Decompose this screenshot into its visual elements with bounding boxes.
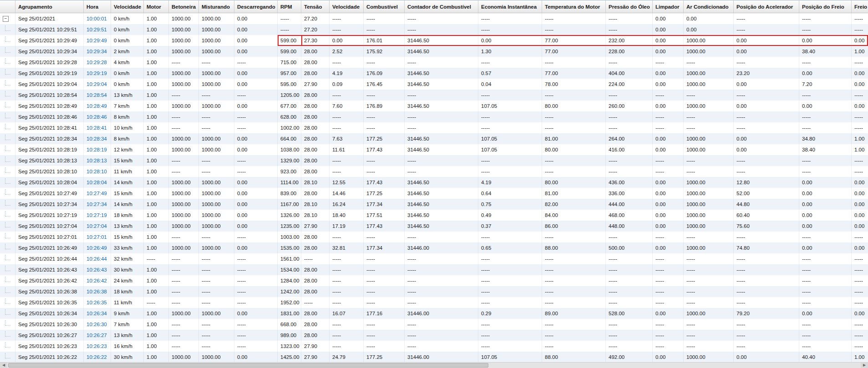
table-row[interactable]: Seg 25/01/2021 10:28:3410:28:348 km/h1.0… (0, 133, 868, 144)
column-header[interactable]: Economia Instantânea (478, 0, 542, 13)
time-link[interactable]: 10:26:49 (86, 245, 111, 251)
value-cell: 1000.00 (199, 242, 234, 253)
value-cell: 1235.00 (278, 221, 301, 232)
table-row[interactable]: Seg 25/01/2021 10:28:1010:28:1011 km/h1.… (0, 166, 868, 177)
time-link[interactable]: 10:00:01 (86, 16, 111, 21)
table-row[interactable]: Seg 25/01/2021 10:29:5110:29:510 km/h1.0… (0, 24, 868, 35)
table-row[interactable]: Seg 25/01/2021 10:27:3410:27:3414 km/h1.… (0, 199, 868, 210)
scroll-left-arrow-icon[interactable]: ◀ (0, 363, 7, 368)
table-row[interactable]: Seg 25/01/2021 10:28:4910:28:497 km/h1.0… (0, 101, 868, 111)
time-link[interactable]: 10:29:51 (86, 27, 111, 32)
value-cell: 448.00 (606, 221, 653, 232)
time-link[interactable]: 10:28:34 (86, 136, 111, 141)
table-row[interactable]: Seg 25/01/2021 10:27:4910:27:4915 km/h1.… (0, 188, 868, 199)
time-link[interactable]: 10:29:19 (86, 71, 111, 76)
column-header[interactable]: Posição do Acelerador (734, 0, 799, 13)
time-link[interactable]: 10:26:38 (86, 289, 111, 294)
table-row[interactable]: Seg 25/01/2021 10:26:3010:26:307 km/h1.0… (0, 319, 868, 330)
group-cell: Seg 25/01/2021 10:28:19 (15, 144, 84, 155)
table-row[interactable]: Seg 25/01/2021 10:26:4910:26:4933 km/h1.… (0, 242, 868, 253)
table-row[interactable]: Seg 25/01/2021 10:27:0410:27:0413 km/h1.… (0, 221, 868, 232)
column-header[interactable]: Contador de Combustível (405, 0, 478, 13)
column-header[interactable]: Tensão (301, 0, 330, 13)
column-header[interactable]: Agrupamento (15, 0, 84, 13)
time-link[interactable]: 10:26:35 (86, 300, 111, 305)
table-row[interactable]: Seg 25/01/2021 10:26:2710:26:2713 km/h1.… (0, 330, 868, 341)
table-row[interactable]: Seg 25/01/2021 10:29:1910:29:190 km/h1.0… (0, 68, 868, 79)
time-link[interactable]: 10:26:34 (86, 311, 111, 316)
table-row[interactable]: Seg 25/01/2021 10:29:2810:29:284 km/h1.0… (0, 57, 868, 68)
time-link[interactable]: 10:27:01 (86, 234, 111, 240)
time-link[interactable]: 10:29:34 (86, 49, 111, 54)
time-link[interactable]: 10:29:49 (86, 38, 111, 43)
table-row[interactable]: Seg 25/01/2021 10:29:4910:29:490 km/h1.0… (0, 35, 868, 46)
time-link[interactable]: 10:29:04 (86, 81, 111, 87)
hora-cell: 10:27:04 (84, 221, 111, 232)
column-header[interactable]: Velocidade (330, 0, 364, 13)
time-link[interactable]: 10:28:49 (86, 103, 111, 109)
column-header[interactable]: Pressão do Óleo (606, 0, 653, 13)
tree-connector-icon (5, 320, 10, 326)
scroll-thumb[interactable] (8, 363, 488, 368)
time-link[interactable]: 10:26:42 (86, 278, 111, 283)
column-header[interactable]: Motor (144, 0, 169, 13)
time-link[interactable]: 10:27:19 (86, 212, 111, 218)
value-cell: 0.00 (734, 352, 799, 363)
time-link[interactable]: 10:28:41 (86, 125, 111, 131)
table-row[interactable]: Seg 25/01/2021 10:26:4310:26:4330 km/h1.… (0, 264, 868, 275)
table-row[interactable]: Seg 25/01/2021 10:28:5410:28:5413 km/h1.… (0, 90, 868, 101)
time-link[interactable]: 10:27:04 (86, 223, 111, 229)
time-link[interactable]: 10:28:13 (86, 158, 111, 163)
time-link[interactable]: 10:28:10 (86, 169, 111, 174)
table-row[interactable]: Seg 25/01/2021 10:26:3810:26:3818 km/h1.… (0, 286, 868, 297)
time-link[interactable]: 10:28:54 (86, 92, 111, 98)
table-row[interactable]: Seg 25/01/202110:00:010 km/h1.001000.001… (0, 13, 868, 24)
table-row[interactable]: Seg 25/01/2021 10:26:2310:26:2316 km/h1.… (0, 341, 868, 352)
table-row[interactable]: Seg 25/01/2021 10:29:3410:29:342 km/h1.0… (0, 46, 868, 57)
time-link[interactable]: 10:28:46 (86, 114, 111, 120)
value-cell: ----- (144, 253, 169, 264)
time-link[interactable]: 10:26:23 (86, 343, 111, 349)
value-cell: 7 km/h (111, 319, 144, 330)
time-link[interactable]: 10:26:22 (86, 354, 111, 360)
column-header[interactable]: Temperatura do Motor (542, 0, 606, 13)
group-cell: Seg 25/01/2021 10:26:35 (15, 297, 84, 308)
column-header[interactable]: RPM (278, 0, 301, 13)
table-row[interactable]: Seg 25/01/2021 10:26:3510:26:3511 km/h--… (0, 297, 868, 308)
column-header[interactable]: Combustível (364, 0, 405, 13)
time-link[interactable]: 10:27:34 (86, 202, 111, 207)
column-header[interactable]: Ar Condicionado (684, 0, 734, 13)
collapse-expander-button[interactable] (3, 16, 9, 22)
time-link[interactable]: 10:26:30 (86, 322, 111, 327)
time-link[interactable]: 10:27:49 (86, 191, 111, 196)
column-header[interactable]: Misturando (199, 0, 234, 13)
table-row[interactable]: Seg 25/01/2021 10:26:4210:26:4224 km/h1.… (0, 275, 868, 286)
column-header[interactable]: Velocidade (111, 0, 144, 13)
column-header[interactable]: Limpador (653, 0, 684, 13)
table-row[interactable]: Seg 25/01/2021 10:26:2210:26:2230 km/h1.… (0, 352, 868, 363)
table-row[interactable]: Seg 25/01/2021 10:28:1910:28:1912 km/h1.… (0, 144, 868, 155)
time-link[interactable]: 10:26:27 (86, 333, 111, 338)
time-link[interactable]: 10:28:04 (86, 180, 111, 185)
horizontal-scrollbar[interactable]: ◀ ▶ (0, 362, 868, 368)
table-row[interactable]: Seg 25/01/2021 10:27:0110:27:0115 km/h1.… (0, 232, 868, 242)
time-link[interactable]: 10:28:19 (86, 147, 111, 152)
table-row[interactable]: Seg 25/01/2021 10:28:1310:28:1315 km/h1.… (0, 155, 868, 166)
table-row[interactable]: Seg 25/01/2021 10:26:4410:26:4432 km/h--… (0, 253, 868, 264)
column-header[interactable]: Posição do Freio (799, 0, 852, 13)
time-link[interactable]: 10:26:43 (86, 267, 111, 272)
column-header[interactable]: Descarregando (234, 0, 278, 13)
column-header[interactable]: Hora (84, 0, 111, 13)
value-cell: 989.00 (278, 330, 301, 341)
column-header[interactable]: Betoneira (169, 0, 199, 13)
time-link[interactable]: 10:26:44 (86, 256, 111, 262)
time-link[interactable]: 10:29:28 (86, 60, 111, 65)
table-row[interactable]: Seg 25/01/2021 10:29:0410:29:040 km/h1.0… (0, 79, 868, 90)
table-row[interactable]: Seg 25/01/2021 10:28:4110:28:4110 km/h1.… (0, 122, 868, 133)
scroll-right-arrow-icon[interactable]: ▶ (861, 363, 868, 368)
table-row[interactable]: Seg 25/01/2021 10:28:0410:28:0414 km/h1.… (0, 177, 868, 188)
column-header[interactable]: Freio (852, 0, 868, 13)
table-row[interactable]: Seg 25/01/2021 10:28:4610:28:468 km/h1.0… (0, 111, 868, 122)
table-row[interactable]: Seg 25/01/2021 10:27:1910:27:1918 km/h1.… (0, 210, 868, 221)
table-row[interactable]: Seg 25/01/2021 10:26:3410:26:349 km/h1.0… (0, 308, 868, 319)
